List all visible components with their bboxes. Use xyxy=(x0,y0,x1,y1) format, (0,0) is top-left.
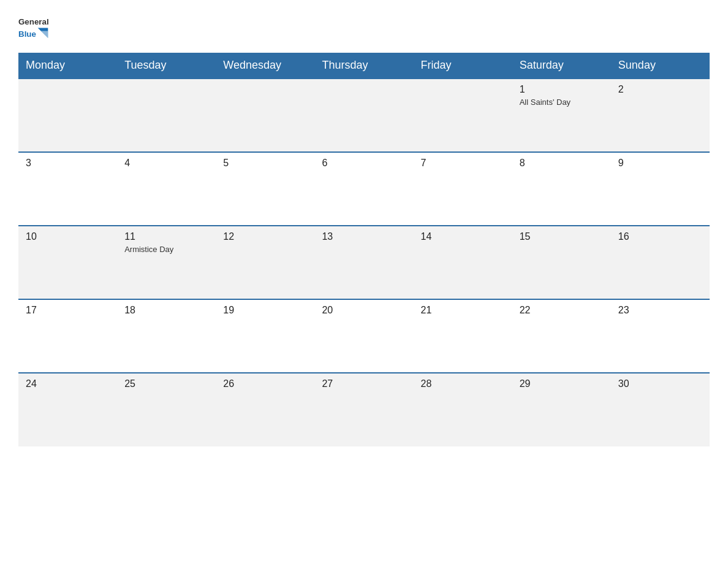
calendar-body: 1All Saints' Day234567891011Armistice Da… xyxy=(18,79,710,446)
week-row-4: 17181920212223 xyxy=(18,299,710,373)
calendar-cell xyxy=(314,79,413,152)
day-number: 20 xyxy=(322,305,406,316)
page: General Blue MondayTuesdayWednesdayThurs… xyxy=(0,0,728,563)
event-label: Armistice Day xyxy=(124,245,208,254)
calendar-cell: 9 xyxy=(611,152,710,226)
day-number: 1 xyxy=(520,84,604,95)
logo-icon: General Blue xyxy=(18,12,49,43)
day-number: 19 xyxy=(223,305,307,316)
day-number: 8 xyxy=(520,158,604,169)
day-number: 5 xyxy=(223,158,307,169)
day-number: 29 xyxy=(520,378,604,389)
day-number: 14 xyxy=(421,231,505,242)
calendar-cell: 20 xyxy=(314,299,413,373)
calendar-cell: 2 xyxy=(611,79,710,152)
calendar-cell: 28 xyxy=(414,373,512,446)
day-number: 27 xyxy=(322,378,406,389)
calendar-cell: 22 xyxy=(512,299,611,373)
day-number: 7 xyxy=(421,158,505,169)
calendar-cell: 18 xyxy=(117,299,216,373)
calendar-cell xyxy=(117,79,216,152)
calendar-cell: 8 xyxy=(512,152,611,226)
calendar-cell: 23 xyxy=(611,299,710,373)
calendar-cell: 10 xyxy=(18,226,117,299)
calendar-cell: 15 xyxy=(512,226,611,299)
calendar-cell: 12 xyxy=(216,226,314,299)
week-row-2: 3456789 xyxy=(18,152,710,226)
logo: General Blue xyxy=(18,12,49,43)
week-row-5: 24252627282930 xyxy=(18,373,710,446)
weekday-header-friday: Friday xyxy=(414,53,512,79)
calendar-cell: 16 xyxy=(611,226,710,299)
day-number: 11 xyxy=(124,231,208,242)
day-number: 13 xyxy=(322,231,406,242)
calendar-cell: 1All Saints' Day xyxy=(512,79,611,152)
day-number: 3 xyxy=(26,158,110,169)
weekday-header-monday: Monday xyxy=(18,53,117,79)
calendar-cell: 29 xyxy=(512,373,611,446)
calendar-cell: 19 xyxy=(216,299,314,373)
event-label: All Saints' Day xyxy=(520,98,604,107)
weekday-header-saturday: Saturday xyxy=(512,53,611,79)
week-row-1: 1All Saints' Day2 xyxy=(18,79,710,152)
weekday-header-tuesday: Tuesday xyxy=(117,53,216,79)
day-number: 18 xyxy=(124,305,208,316)
day-number: 30 xyxy=(618,378,702,389)
calendar-cell: 3 xyxy=(18,152,117,226)
calendar-cell: 25 xyxy=(117,373,216,446)
weekday-header-sunday: Sunday xyxy=(611,53,710,79)
day-number: 10 xyxy=(26,231,110,242)
weekday-header-row: MondayTuesdayWednesdayThursdayFridaySatu… xyxy=(18,53,710,79)
day-number: 28 xyxy=(421,378,505,389)
calendar-cell: 11Armistice Day xyxy=(117,226,216,299)
calendar-table: MondayTuesdayWednesdayThursdayFridaySatu… xyxy=(18,53,710,446)
calendar-cell: 27 xyxy=(314,373,413,446)
day-number: 15 xyxy=(520,231,604,242)
weekday-header-wednesday: Wednesday xyxy=(216,53,314,79)
calendar-cell: 26 xyxy=(216,373,314,446)
calendar-cell: 30 xyxy=(611,373,710,446)
day-number: 4 xyxy=(124,158,208,169)
calendar-cell: 7 xyxy=(414,152,512,226)
day-number: 26 xyxy=(223,378,307,389)
calendar-cell: 4 xyxy=(117,152,216,226)
svg-text:General: General xyxy=(18,17,49,26)
day-number: 21 xyxy=(421,305,505,316)
day-number: 25 xyxy=(124,378,208,389)
calendar-cell: 24 xyxy=(18,373,117,446)
day-number: 23 xyxy=(618,305,702,316)
day-number: 24 xyxy=(26,378,110,389)
calendar-cell: 6 xyxy=(314,152,413,226)
day-number: 9 xyxy=(618,158,702,169)
calendar-header: MondayTuesdayWednesdayThursdayFridaySatu… xyxy=(18,53,710,79)
calendar-cell: 14 xyxy=(414,226,512,299)
day-number: 22 xyxy=(520,305,604,316)
calendar-cell xyxy=(18,79,117,152)
calendar-cell: 5 xyxy=(216,152,314,226)
svg-text:Blue: Blue xyxy=(18,29,36,39)
calendar-cell xyxy=(216,79,314,152)
calendar-cell: 21 xyxy=(414,299,512,373)
day-number: 17 xyxy=(26,305,110,316)
week-row-3: 1011Armistice Day1213141516 xyxy=(18,226,710,299)
day-number: 2 xyxy=(618,84,702,95)
svg-marker-2 xyxy=(41,31,48,38)
day-number: 16 xyxy=(618,231,702,242)
day-number: 6 xyxy=(322,158,406,169)
calendar-cell xyxy=(414,79,512,152)
calendar-cell: 13 xyxy=(314,226,413,299)
weekday-header-thursday: Thursday xyxy=(314,53,413,79)
day-number: 12 xyxy=(223,231,307,242)
calendar-cell: 17 xyxy=(18,299,117,373)
header: General Blue xyxy=(18,12,710,43)
